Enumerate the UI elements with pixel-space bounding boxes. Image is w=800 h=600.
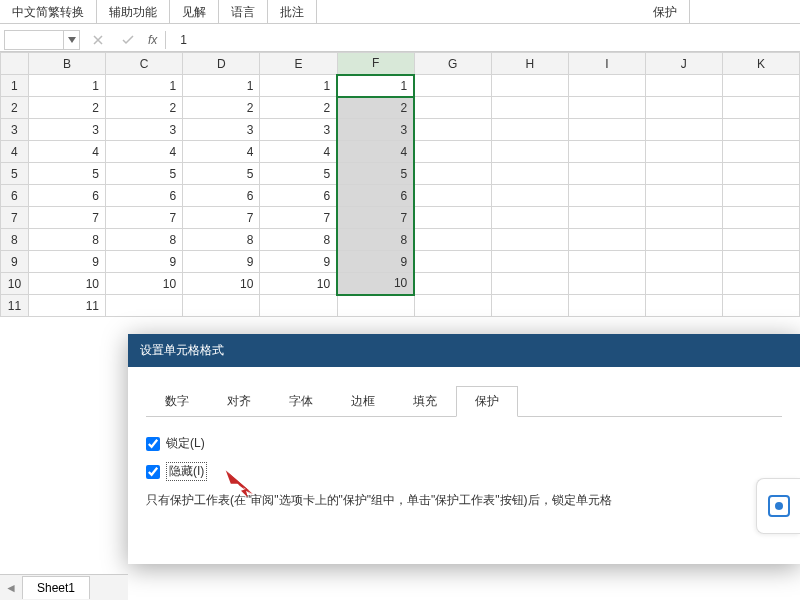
cell[interactable] xyxy=(414,273,491,295)
row-header[interactable]: 7 xyxy=(1,207,29,229)
cell[interactable] xyxy=(491,273,568,295)
col-header[interactable]: E xyxy=(260,53,337,75)
cell[interactable]: 8 xyxy=(28,229,105,251)
cell[interactable] xyxy=(722,119,799,141)
cell[interactable] xyxy=(260,295,337,317)
dialog-tab-align[interactable]: 对齐 xyxy=(208,386,270,417)
cell[interactable] xyxy=(414,185,491,207)
cancel-formula-button[interactable] xyxy=(86,30,110,50)
cell[interactable] xyxy=(491,141,568,163)
cell[interactable] xyxy=(491,75,568,97)
cell[interactable] xyxy=(568,119,645,141)
sheet-nav-prev[interactable]: ◄ xyxy=(0,581,22,595)
cell[interactable]: 2 xyxy=(337,97,414,119)
cell[interactable]: 3 xyxy=(105,119,182,141)
cell[interactable] xyxy=(722,185,799,207)
cell[interactable] xyxy=(568,295,645,317)
cell[interactable]: 6 xyxy=(183,185,260,207)
col-header[interactable]: F xyxy=(337,53,414,75)
name-box-dropdown[interactable] xyxy=(64,30,80,50)
cell[interactable]: 3 xyxy=(183,119,260,141)
cell[interactable] xyxy=(645,119,722,141)
cell[interactable] xyxy=(568,185,645,207)
cell[interactable] xyxy=(568,207,645,229)
cell[interactable]: 8 xyxy=(337,229,414,251)
row-header[interactable]: 6 xyxy=(1,185,29,207)
row-header[interactable]: 4 xyxy=(1,141,29,163)
cell[interactable] xyxy=(722,141,799,163)
row-header[interactable]: 2 xyxy=(1,97,29,119)
cell[interactable]: 4 xyxy=(28,141,105,163)
fx-label[interactable]: fx xyxy=(148,33,157,47)
cell[interactable] xyxy=(645,97,722,119)
cell[interactable]: 9 xyxy=(105,251,182,273)
row-header[interactable]: 1 xyxy=(1,75,29,97)
cell[interactable] xyxy=(183,295,260,317)
col-header[interactable]: J xyxy=(645,53,722,75)
cell[interactable]: 3 xyxy=(28,119,105,141)
ribbon-tab-language[interactable]: 语言 xyxy=(219,0,268,23)
cell[interactable]: 9 xyxy=(28,251,105,273)
cell[interactable] xyxy=(568,141,645,163)
cell[interactable]: 5 xyxy=(260,163,337,185)
cell[interactable]: 7 xyxy=(260,207,337,229)
cell[interactable] xyxy=(491,119,568,141)
cell[interactable]: 1 xyxy=(260,75,337,97)
cell[interactable] xyxy=(568,251,645,273)
cell[interactable] xyxy=(491,97,568,119)
cell[interactable]: 6 xyxy=(105,185,182,207)
cell[interactable] xyxy=(568,75,645,97)
cell[interactable] xyxy=(645,273,722,295)
row-header[interactable]: 11 xyxy=(1,295,29,317)
cell[interactable]: 4 xyxy=(260,141,337,163)
cell[interactable] xyxy=(645,75,722,97)
dialog-tab-border[interactable]: 边框 xyxy=(332,386,394,417)
dialog-tab-protect[interactable]: 保护 xyxy=(456,386,518,417)
cell[interactable] xyxy=(414,229,491,251)
row-header[interactable]: 10 xyxy=(1,273,29,295)
cell[interactable] xyxy=(414,119,491,141)
cell[interactable]: 3 xyxy=(337,119,414,141)
row-header[interactable]: 9 xyxy=(1,251,29,273)
cell[interactable] xyxy=(722,295,799,317)
cell[interactable]: 1 xyxy=(28,75,105,97)
cell[interactable]: 1 xyxy=(105,75,182,97)
dialog-tab-number[interactable]: 数字 xyxy=(146,386,208,417)
cell[interactable]: 7 xyxy=(28,207,105,229)
col-header[interactable]: G xyxy=(414,53,491,75)
cell[interactable]: 9 xyxy=(337,251,414,273)
cell[interactable]: 10 xyxy=(337,273,414,295)
dialog-tab-font[interactable]: 字体 xyxy=(270,386,332,417)
cell[interactable] xyxy=(568,97,645,119)
cell[interactable] xyxy=(568,273,645,295)
cell[interactable]: 6 xyxy=(28,185,105,207)
cell[interactable] xyxy=(414,251,491,273)
col-header[interactable]: H xyxy=(491,53,568,75)
row-header[interactable]: 3 xyxy=(1,119,29,141)
cell[interactable]: 10 xyxy=(183,273,260,295)
cell[interactable]: 10 xyxy=(105,273,182,295)
cell[interactable] xyxy=(491,207,568,229)
cell[interactable] xyxy=(491,251,568,273)
spreadsheet-grid[interactable]: B C D E F G H I J K 111111 222222 333333… xyxy=(0,52,800,317)
cell[interactable]: 7 xyxy=(105,207,182,229)
cell[interactable]: 4 xyxy=(105,141,182,163)
cell[interactable] xyxy=(722,97,799,119)
cell[interactable] xyxy=(645,163,722,185)
cell[interactable]: 5 xyxy=(105,163,182,185)
accept-formula-button[interactable] xyxy=(116,30,140,50)
cell[interactable]: 4 xyxy=(337,141,414,163)
cell[interactable]: 2 xyxy=(28,97,105,119)
cell[interactable] xyxy=(491,295,568,317)
cell[interactable]: 8 xyxy=(260,229,337,251)
col-header[interactable]: C xyxy=(105,53,182,75)
hidden-checkbox[interactable] xyxy=(146,465,160,479)
cell[interactable] xyxy=(491,185,568,207)
cell[interactable] xyxy=(491,163,568,185)
cell[interactable]: 7 xyxy=(183,207,260,229)
col-header[interactable]: I xyxy=(568,53,645,75)
locked-checkbox[interactable] xyxy=(146,437,160,451)
cell[interactable] xyxy=(722,163,799,185)
cell[interactable] xyxy=(645,251,722,273)
row-header[interactable]: 8 xyxy=(1,229,29,251)
